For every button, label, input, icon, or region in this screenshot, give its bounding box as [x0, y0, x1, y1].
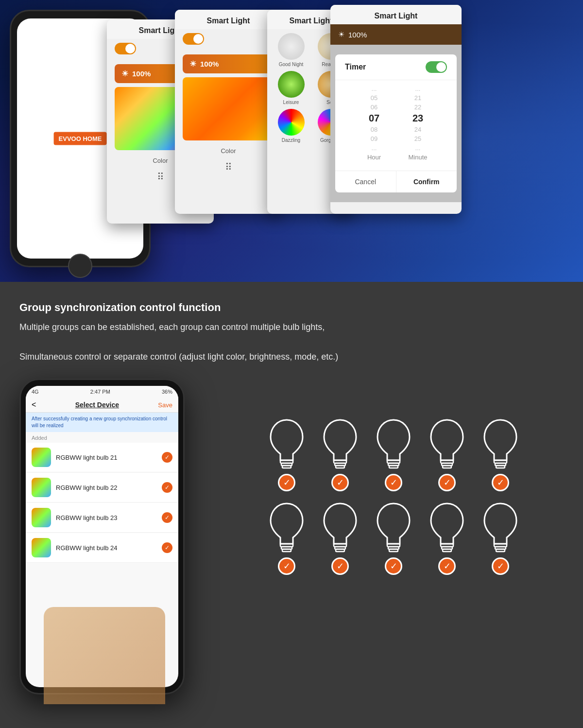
sun-icon-4: ☀: [338, 30, 344, 39]
min-22: 22: [414, 104, 421, 111]
bulb-2-1: ✓: [265, 501, 309, 575]
screen1-toggle[interactable]: [115, 43, 136, 54]
minute-label: Minute: [408, 154, 427, 161]
timer-confirm-button[interactable]: Confirm: [396, 171, 457, 192]
app-screen-4: Smart Light ☀ 100% Timer ...: [330, 5, 462, 214]
bulb-svg-2-5: [479, 501, 522, 555]
p2-back-button[interactable]: <: [32, 400, 36, 409]
screen2-toggle-row: [175, 29, 282, 51]
mode-dazzling[interactable]: Dazzling: [278, 109, 305, 143]
svg-rect-20: [336, 549, 344, 552]
p2-device-item-2[interactable]: RGBWW light bulb 22 ✓: [26, 473, 178, 503]
mode-good-night-label: Good Night: [279, 62, 304, 67]
min-before2: ...: [415, 85, 421, 92]
svg-rect-26: [443, 549, 451, 552]
bulb-svg-1-2: [318, 417, 362, 471]
minute-column: ... 21 22 23 24 25 ... Minute: [403, 85, 432, 161]
time-row: ... 05 06 07 08 09 ... Hour ...: [345, 85, 447, 161]
p2-section-label: Added: [26, 432, 178, 443]
screen2-brightness: ☀ 100%: [183, 54, 274, 73]
bulb-2-5: ✓: [479, 501, 522, 575]
home-button[interactable]: [68, 254, 92, 278]
screen2-grid-dots[interactable]: ⠿: [175, 157, 282, 177]
p2-info-bar: After successfully creating a new group …: [26, 413, 178, 432]
device-check-1: ✓: [162, 452, 172, 463]
phone2-container: 4G 2:47 PM 36% < Select Device Save Afte…: [19, 379, 194, 694]
screen1-brightness-value: 100%: [132, 69, 151, 78]
hour-before2: ...: [372, 85, 377, 92]
bulb-svg-2-1: [265, 501, 309, 555]
min-after: ...: [415, 144, 421, 152]
device-icon-4: [32, 538, 51, 557]
screen2-brightness-value: 100%: [200, 60, 219, 68]
bulb-svg-2-4: [425, 501, 469, 555]
min-21: 21: [414, 94, 421, 102]
mode-dazzling-label: Dazzling: [282, 138, 300, 143]
bulb-1-3: ✓: [372, 417, 415, 491]
bulb-grid-container: ✓ ✓: [223, 379, 564, 575]
p2-battery: 36%: [162, 389, 172, 395]
bulb-svg-2-3: [372, 501, 415, 555]
p2-time: 2:47 PM: [90, 389, 110, 395]
bulb-svg-1-3: [372, 417, 415, 471]
bottom-content: 4G 2:47 PM 36% < Select Device Save Afte…: [19, 379, 564, 694]
hour-selected: 07: [369, 113, 379, 124]
bulb-svg-1-5: [479, 417, 522, 471]
bulb-check-2-4: ✓: [438, 557, 456, 575]
hour-08: 08: [371, 126, 377, 133]
bulb-svg-1-4: [425, 417, 469, 471]
hour-06: 06: [371, 104, 377, 111]
device-icon-1: [32, 448, 51, 467]
screen4-title: Smart Light: [330, 5, 462, 24]
app-screens-container: Smart Light ☀ 100% Color ⠿ Smart Light ☀…: [97, 5, 486, 238]
p2-device-item-1[interactable]: RGBWW light bulb 21 ✓: [26, 443, 178, 472]
hour-after: ...: [372, 144, 377, 152]
mode-dazzling-icon: [278, 109, 305, 136]
svg-rect-23: [389, 549, 398, 552]
bulb-check-1-5: ✓: [492, 474, 509, 491]
bulb-2-2: ✓: [318, 501, 362, 575]
screen2-toggle[interactable]: [183, 33, 204, 45]
bulb-1-5: ✓: [479, 417, 522, 491]
device-check-2: ✓: [162, 482, 172, 493]
bulb-1-1: ✓: [265, 417, 309, 491]
screen4-brightness-bar: ☀ 100%: [330, 24, 462, 45]
p2-save-button[interactable]: Save: [158, 401, 172, 409]
bottom-section: Group synchronization control function M…: [0, 282, 583, 728]
bulb-check-1-1: ✓: [278, 474, 295, 491]
p2-signal: 4G: [32, 389, 39, 395]
device-name-3: RGBWW light bulb 23: [56, 514, 157, 521]
mode-good-night[interactable]: Good Night: [278, 33, 305, 67]
device-icon-3: [32, 508, 51, 527]
p2-device-item-4[interactable]: RGBWW light bulb 24 ✓: [26, 533, 178, 563]
timer-actions: Cancel Confirm: [335, 171, 457, 192]
bulb-check-2-3: ✓: [385, 557, 402, 575]
bulb-1-2: ✓: [318, 417, 362, 491]
bulb-2-4: ✓: [425, 501, 469, 575]
svg-rect-14: [496, 466, 505, 468]
p2-nav-title: Select Device: [75, 401, 119, 409]
timer-cancel-button[interactable]: Cancel: [335, 171, 396, 192]
bulb-check-2-2: ✓: [331, 557, 349, 575]
device-name-4: RGBWW light bulb 24: [56, 544, 157, 552]
mode-leisure[interactable]: Leisure: [278, 71, 305, 105]
mode-leisure-label: Leisure: [283, 100, 299, 105]
min-25: 25: [414, 135, 421, 142]
timer-dialog: Timer ... 05 06 07 08 09: [335, 54, 457, 192]
device-icon-2: [32, 478, 51, 497]
p2-device-item-3[interactable]: RGBWW light bulb 23 ✓: [26, 503, 178, 533]
hand-decoration: [44, 607, 165, 704]
device-check-4: ✓: [162, 542, 172, 553]
feature-title: Group synchronization control function: [19, 301, 564, 314]
timer-title: Timer: [345, 63, 366, 71]
hour-09: 09: [371, 135, 377, 142]
screen4-brightness-value: 100%: [348, 31, 367, 39]
bulb-1-4: ✓: [425, 417, 469, 491]
device-name-2: RGBWW light bulb 22: [56, 484, 157, 491]
screen2-color-gradient[interactable]: [183, 77, 274, 140]
timer-header: Timer: [335, 54, 457, 80]
timer-toggle[interactable]: [426, 61, 447, 73]
min-24: 24: [414, 126, 421, 133]
bulb-row-1: ✓ ✓: [223, 417, 564, 491]
hour-label: Hour: [367, 154, 381, 161]
